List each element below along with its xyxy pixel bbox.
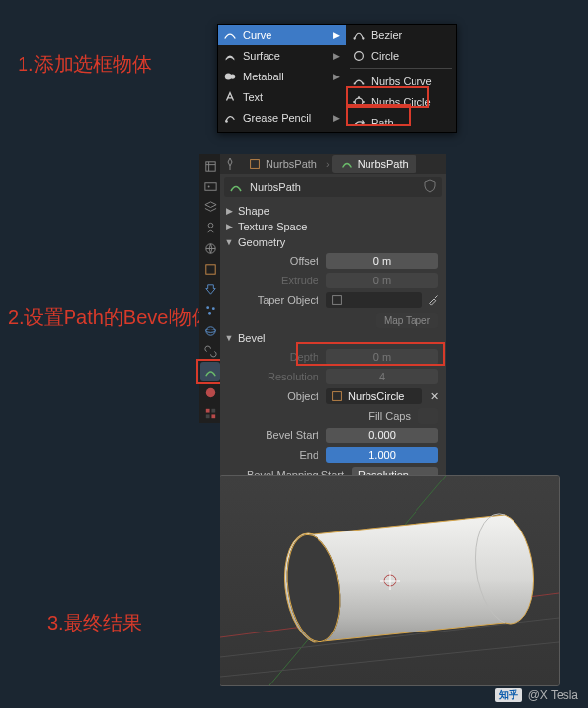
svg-point-3 (353, 37, 355, 39)
sidebar-output-icon[interactable] (200, 177, 220, 196)
svg-rect-9 (358, 96, 360, 98)
svg-point-15 (207, 185, 209, 187)
field-resolution[interactable]: 4 (326, 369, 438, 384)
datablock-name-field[interactable]: NurbsPath (224, 177, 442, 197)
svg-point-21 (208, 311, 211, 314)
menu-label: Metaball (243, 71, 284, 82)
add-menu-col2: Bezier Circle Nurbs Curve Nurbs Circle P… (346, 25, 456, 132)
svg-rect-27 (205, 414, 209, 418)
menu-separator (350, 68, 452, 69)
object-picker-icon (330, 389, 344, 403)
menu-item-circle[interactable]: Circle (346, 45, 456, 66)
chevron-right-icon: ▶ (224, 222, 234, 231)
surface-icon (223, 49, 237, 63)
breadcrumb-object[interactable]: NurbsPath (240, 155, 324, 173)
svg-rect-18 (205, 264, 214, 273)
clear-button[interactable]: ✕ (426, 390, 442, 403)
properties-sidebar (199, 154, 220, 423)
sidebar-viewlayer-icon[interactable] (200, 197, 220, 217)
field-bevel-object[interactable]: NurbsCircle (326, 388, 422, 404)
field-extrude[interactable]: 0 m (326, 273, 438, 288)
svg-point-20 (211, 307, 214, 310)
sidebar-scene-icon[interactable] (200, 218, 220, 237)
label-bevel-object: Object (228, 390, 326, 402)
field-offset[interactable]: 0 m (326, 253, 438, 269)
chevron-right-icon: ▶ (224, 206, 234, 216)
label-depth: Depth (228, 351, 326, 363)
sidebar-world-icon[interactable] (200, 238, 220, 258)
sidebar-physics-icon[interactable] (200, 321, 220, 340)
caption-1: 1.添加选框物体 (18, 51, 152, 77)
section-texture-space[interactable]: ▶Texture Space (224, 219, 442, 234)
sidebar-curve-data-icon[interactable] (200, 362, 220, 381)
svg-rect-30 (333, 296, 342, 305)
menu-item-nurbs-curve[interactable]: Nurbs Curve (346, 71, 456, 91)
breadcrumb-row: NurbsPath › NurbsPath (220, 154, 446, 174)
svg-rect-11 (353, 101, 355, 103)
svg-rect-10 (358, 105, 360, 107)
breadcrumb-data[interactable]: NurbsPath (332, 155, 416, 173)
menu-item-curve[interactable]: Curve▶ (218, 25, 346, 45)
menu-item-text[interactable]: Text (218, 86, 346, 107)
section-geometry[interactable]: ▼Geometry (224, 234, 442, 250)
svg-point-24 (205, 387, 214, 396)
curve-data-icon (340, 157, 354, 171)
properties-panel: NurbsPath › NurbsPath NurbsPath ▶Shape ▶… (220, 154, 446, 507)
svg-rect-25 (205, 408, 209, 412)
field-bevel-start[interactable]: 0.000 (326, 428, 438, 443)
viewport-result (220, 475, 560, 686)
caption-3: 3.最终结果 (47, 610, 142, 636)
add-menu: Curve▶ Surface▶ Metaball▶ Text Grease Pe… (217, 24, 457, 133)
section-label: Bevel (238, 332, 266, 344)
svg-point-1 (230, 74, 235, 78)
submenu-arrow-icon: ▶ (333, 51, 340, 61)
add-menu-col1: Curve▶ Surface▶ Metaball▶ Text Grease Pe… (218, 25, 346, 132)
datablock-name: NurbsPath (250, 181, 416, 193)
section-label: Shape (238, 205, 270, 217)
nurbs-curve-icon (352, 75, 366, 88)
field-bevel-end[interactable]: 1.000 (326, 447, 438, 463)
menu-item-surface[interactable]: Surface▶ (218, 45, 346, 66)
bevel-obj-val: NurbsCircle (348, 388, 404, 404)
menu-item-nurbs-circle[interactable]: Nurbs Circle (346, 91, 456, 112)
sidebar-particle-icon[interactable] (200, 300, 220, 320)
map-taper-button[interactable]: Map Taper (376, 313, 438, 328)
fill-caps-toggle[interactable] (418, 408, 438, 424)
svg-rect-7 (363, 82, 365, 84)
submenu-arrow-icon: ▶ (333, 30, 340, 40)
svg-point-23 (205, 329, 214, 332)
menu-label: Surface (243, 50, 280, 62)
object-picker-icon (330, 293, 344, 307)
sidebar-texture-icon[interactable] (200, 403, 220, 423)
menu-item-gpencil[interactable]: Grease Pencil▶ (218, 107, 346, 127)
zhihu-logo: 知乎 (495, 688, 522, 702)
bezier-icon (352, 28, 366, 42)
curve-icon (223, 28, 237, 42)
fake-user-icon[interactable] (422, 178, 438, 196)
pin-icon[interactable] (222, 156, 238, 172)
sidebar-material-icon[interactable] (200, 382, 220, 402)
breadcrumb-label: NurbsPath (266, 158, 317, 170)
svg-point-8 (355, 98, 363, 106)
field-taper-object[interactable] (326, 292, 422, 308)
menu-item-path[interactable]: Path (346, 112, 456, 132)
label-end: End (228, 449, 326, 461)
menu-label: Nurbs Circle (371, 96, 431, 108)
menu-item-metaball[interactable]: Metaball▶ (218, 66, 346, 86)
sidebar-object-icon[interactable] (200, 259, 220, 278)
svg-point-5 (355, 51, 364, 60)
section-bevel[interactable]: ▼Bevel (224, 330, 442, 346)
svg-point-19 (206, 306, 209, 309)
sidebar-modifier-icon[interactable] (200, 279, 220, 299)
watermark: 知乎 @X Tesla (495, 688, 578, 702)
svg-rect-29 (251, 160, 260, 169)
section-shape[interactable]: ▶Shape (224, 203, 442, 219)
sidebar-constraint-icon[interactable] (200, 341, 220, 361)
label-bevel-start: Bevel Start (228, 430, 326, 441)
field-depth[interactable]: 0 m (326, 349, 438, 365)
curve-icon (228, 179, 244, 195)
metaball-icon (223, 70, 237, 83)
eyedropper-icon[interactable] (426, 292, 442, 308)
menu-item-bezier[interactable]: Bezier (346, 25, 456, 45)
sidebar-render-icon[interactable] (200, 156, 220, 176)
